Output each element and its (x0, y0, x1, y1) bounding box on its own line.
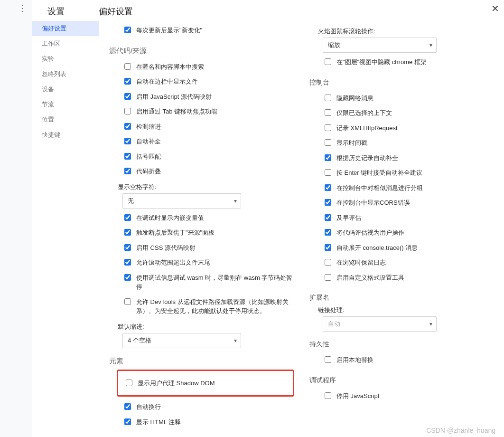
option-row[interactable]: 自动换行 (103, 399, 294, 415)
checkbox[interactable] (124, 153, 131, 160)
checkbox[interactable] (124, 168, 131, 174)
option-row[interactable]: 触发断点后聚焦于"来源"面板 (103, 225, 294, 240)
checkbox[interactable] (325, 244, 331, 251)
option-row[interactable]: 检测缩进 (103, 119, 294, 134)
option-row[interactable]: 隐藏网络消息 (304, 91, 495, 106)
option-row[interactable]: 括号匹配 (103, 149, 294, 164)
section-sources: 源代码/来源 (109, 47, 294, 56)
option-row[interactable]: 启用 JavaScript 源代码映射 (103, 89, 294, 104)
option-row[interactable]: 自动补全 (103, 134, 294, 149)
section-console: 控制台 (309, 78, 495, 87)
option-row[interactable]: 启用通过 Tab 键移动焦点功能 (103, 104, 294, 119)
option-row[interactable]: 启用 CSS 源代码映射 (103, 240, 294, 256)
checkbox[interactable] (325, 169, 331, 176)
option-label: 自动在边栏中显示文件 (136, 77, 198, 86)
option-row[interactable]: 在调试时显示内嵌变量值 (103, 210, 294, 226)
option-row[interactable]: 允许 DevTools 从远程文件路径加载资源（比如源映射关系）。为安全起见，此… (103, 294, 294, 319)
checkbox[interactable] (124, 93, 131, 100)
option-row[interactable]: 按 Enter 键时接受自动补全建议 (304, 165, 495, 180)
sidebar-item-3[interactable]: 忽略列表 (32, 66, 99, 82)
checkbox[interactable] (124, 138, 131, 144)
perf-section-fragment (304, 23, 495, 23)
checkbox[interactable] (325, 109, 331, 116)
checkbox[interactable] (124, 108, 131, 114)
checkbox[interactable] (124, 63, 131, 70)
option-label: 自动展开 console.trace() 消息 (336, 243, 418, 253)
option-label: 自动补全 (136, 137, 161, 146)
option-row[interactable]: 根据历史记录自动补全 (304, 151, 495, 166)
checkbox[interactable] (325, 199, 331, 206)
checkbox[interactable] (124, 229, 131, 236)
settings-content: 每次更新后显示"新变化" 源代码/来源 在匿名和内容脚本中搜索自动在边栏中显示文… (99, 21, 504, 437)
checkbox[interactable] (325, 139, 331, 146)
close-icon[interactable]: ✕ (491, 3, 499, 14)
option-row[interactable]: 仅限已选择的上下文 (304, 105, 495, 121)
option-label: 显示用户代理 Shadow DOM (138, 379, 215, 388)
checkbox[interactable] (325, 214, 331, 221)
option-row[interactable]: 自动展开 console.trace() 消息 (304, 240, 495, 256)
more-icon[interactable]: ⋮ (19, 3, 32, 13)
option-row[interactable]: 停用 JavaScript (304, 389, 495, 404)
sidebar-item-2[interactable]: 实验 (32, 51, 99, 66)
checkbox[interactable] (325, 356, 331, 363)
option-row[interactable]: 在"图层"视图中隐藏 chrome 框架 (304, 55, 495, 70)
sidebar-item-5[interactable]: 节流 (32, 97, 99, 112)
option-row[interactable]: 自动在边栏中显示文件 (103, 74, 294, 89)
checkbox[interactable] (124, 123, 131, 130)
option-label: 显示 HTML 注释 (136, 418, 181, 427)
checkbox[interactable] (325, 259, 331, 266)
checkbox[interactable] (124, 244, 131, 251)
checkbox[interactable] (124, 27, 131, 33)
option-row[interactable]: 使用调试信息调试 wasm 时，尽量别在 wasm 字节码处暂停 (103, 270, 294, 294)
whitespace-select[interactable]: 无 (122, 193, 241, 209)
option-label: 按 Enter 键时接受自动补全建议 (336, 168, 422, 178)
checkbox[interactable] (325, 95, 331, 101)
checkbox[interactable] (124, 214, 131, 221)
checkbox[interactable] (325, 229, 331, 236)
sidebar-item-1[interactable]: 工作区 (32, 36, 99, 51)
option-row[interactable]: 显示用户代理 Shadow DOM (118, 376, 290, 391)
option-label: 及早评估 (336, 213, 361, 223)
option-label: 自动换行 (136, 402, 161, 412)
option-row[interactable]: 将代码评估视为用户操作 (304, 225, 495, 240)
checkbox[interactable] (325, 124, 331, 131)
checkbox[interactable] (325, 392, 331, 399)
sidebar-item-4[interactable]: 设备 (32, 82, 99, 97)
checkbox[interactable] (325, 274, 331, 281)
option-row[interactable]: 显示 HTML 注释 (103, 415, 294, 430)
option-row[interactable]: 在匿名和内容脚本中搜索 (103, 59, 294, 75)
option-row[interactable]: 在浏览时保留日志 (304, 255, 495, 270)
option-row[interactable]: 在控制台中显示CORS错误 (304, 195, 495, 210)
option-label: 根据历史记录自动补全 (336, 153, 398, 163)
option-label: 仅限已选择的上下文 (336, 108, 392, 118)
option-label: 检测缩进 (136, 122, 161, 132)
checkbox[interactable] (325, 184, 331, 191)
checkbox[interactable] (126, 380, 132, 386)
option-row[interactable]: 及早评估 (304, 210, 495, 226)
link-select[interactable]: 自动 (323, 316, 437, 332)
option-label: 在"图层"视图中隐藏 chrome 框架 (336, 57, 427, 67)
checkbox[interactable] (325, 58, 331, 65)
checkbox[interactable] (124, 274, 131, 281)
checkbox[interactable] (124, 78, 131, 85)
option-row[interactable]: 启用自定义格式设置工具 (304, 270, 495, 285)
checkbox[interactable] (124, 298, 131, 305)
flame-select[interactable]: 缩放 (323, 38, 437, 53)
indent-select[interactable]: 4 个空格 (122, 333, 241, 348)
checkbox[interactable] (124, 259, 131, 266)
checkbox[interactable] (325, 154, 331, 161)
browser-tab-strip: ⋮ (0, 0, 32, 437)
sidebar-item-7[interactable]: 快捷键 (32, 127, 99, 142)
option-row[interactable]: 显示时间戳 (304, 135, 495, 151)
option-row[interactable]: 记录 XMLHttpRequest (304, 121, 495, 136)
option-row[interactable]: 代码折叠 (103, 164, 294, 179)
option-row[interactable]: 在控制台中对相似消息进行分组 (304, 180, 495, 196)
option-row[interactable]: 每次更新后显示"新变化" (103, 23, 294, 38)
checkbox[interactable] (124, 418, 131, 425)
option-row[interactable]: 启用本地替换 (304, 352, 495, 368)
checkbox[interactable] (124, 403, 131, 410)
sidebar-item-0[interactable]: 偏好设置 (32, 21, 99, 36)
sidebar-item-6[interactable]: 位置 (32, 112, 99, 127)
option-row[interactable]: 允许滚动范围超出文件末尾 (103, 255, 294, 270)
option-label: 在控制台中对相似消息进行分组 (336, 183, 423, 193)
